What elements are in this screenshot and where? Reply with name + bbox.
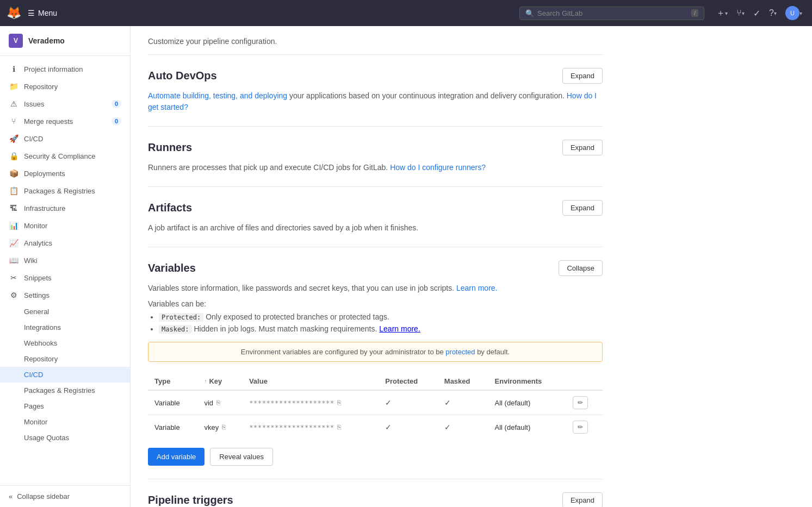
sidebar-item-label: Issues (24, 100, 45, 108)
help-dropdown-icon: ▾ (774, 10, 777, 16)
sidebar-item-infrastructure[interactable]: 🏗 Infrastructure (0, 199, 130, 217)
create-new-button[interactable]: ＋ ▾ (713, 4, 731, 22)
row-masked: ✓ (438, 390, 488, 415)
sidebar-item-merge-requests[interactable]: ⑂ Merge requests 0 (0, 112, 130, 130)
sidebar-item-analytics[interactable]: 📈 Analytics (0, 234, 130, 252)
sidebar-item-settings[interactable]: ⚙ Settings (0, 286, 130, 304)
collapse-sidebar-button[interactable]: « Collapse sidebar (0, 485, 130, 507)
runners-link[interactable]: How do I configure runners? (390, 163, 486, 172)
menu-button[interactable]: ☰ Menu (28, 9, 57, 17)
todo-nav-button[interactable]: ✓ (750, 5, 764, 22)
plus-icon: ＋ (716, 8, 725, 19)
wiki-icon: 📖 (9, 256, 18, 265)
nav-icons-group: ＋ ▾ ⑂ ▾ ✓ ? ▾ U ▾ (713, 3, 805, 23)
masked-check: ✓ (444, 398, 451, 407)
sidebar-item-snippets[interactable]: ✂ Snippets (0, 269, 130, 286)
sidebar-item-label: Analytics (24, 239, 52, 247)
masked-tag: Masked: (159, 325, 192, 334)
add-variable-button[interactable]: Add variable (148, 448, 204, 466)
runners-section: Runners Expand Runners are processes tha… (148, 127, 603, 187)
project-header[interactable]: V Verademo (0, 26, 130, 56)
sidebar-item-issues[interactable]: ⚠ Issues 0 (0, 95, 130, 112)
reveal-values-button[interactable]: Reveal values (210, 448, 273, 466)
pipeline-triggers-title: Pipeline triggers (148, 494, 233, 506)
row-environments: All (default) (488, 390, 566, 415)
copy-value-icon[interactable]: ⎘ (337, 399, 341, 406)
row-edit: ✏ (566, 415, 603, 440)
sidebar-item-project-information[interactable]: ℹ Project information (0, 60, 130, 78)
alert-protected-link[interactable]: protected (445, 348, 475, 356)
sidebar-item-wiki[interactable]: 📖 Wiki (0, 252, 130, 269)
sidebar-sub-item-integrations[interactable]: Integrations (0, 320, 130, 335)
row-type: Variable (148, 390, 197, 415)
sidebar-item-label: Project information (24, 65, 83, 73)
bullet-protected: Protected: Only exposed to protected bra… (159, 312, 603, 321)
sidebar-sub-item-cicd[interactable]: CI/CD (0, 367, 130, 383)
copy-key-icon[interactable]: ⎘ (222, 423, 226, 431)
packages-icon: 📋 (9, 186, 18, 195)
collapse-sidebar-icon: « (9, 492, 13, 500)
pipeline-triggers-expand-button[interactable]: Expand (562, 492, 603, 507)
top-description: Customize your pipeline configuration. (148, 37, 603, 55)
sidebar-sub-item-repository[interactable]: Repository (0, 351, 130, 367)
edit-variable-button[interactable]: ✏ (573, 396, 588, 409)
sidebar-item-repository[interactable]: 📁 Repository (0, 78, 130, 95)
variables-collapse-button[interactable]: Collapse (559, 260, 603, 276)
auto-devops-header: Auto DevOps Expand (148, 68, 603, 84)
row-edit: ✏ (566, 390, 603, 415)
sidebar-item-label: Repository (24, 83, 58, 91)
variables-can-be-label: Variables can be: (148, 299, 603, 308)
help-icon: ? (769, 8, 774, 18)
sidebar-item-label: Infrastructure (24, 204, 66, 212)
auto-devops-expand-button[interactable]: Expand (562, 68, 603, 84)
sidebar-sub-item-webhooks[interactable]: Webhooks (0, 335, 130, 351)
sidebar-sub-item-general[interactable]: General (0, 304, 130, 320)
variables-title: Variables (148, 262, 196, 274)
variables-table: Type ↑ Key Value Protected Masked Enviro… (148, 373, 603, 439)
copy-key-icon[interactable]: ⎘ (216, 399, 220, 406)
sidebar-sub-item-usage-quotas[interactable]: Usage Quotas (0, 430, 130, 446)
sidebar-item-label: Wiki (24, 256, 38, 265)
variables-section: Variables Collapse Variables store infor… (148, 247, 603, 479)
row-environments: All (default) (488, 415, 566, 440)
variables-table-body: Variable vid ⎘ ******************** (148, 390, 603, 439)
sidebar-sub-item-monitor[interactable]: Monitor (0, 414, 130, 430)
auto-devops-link1[interactable]: Automate building, testing, and deployin… (148, 91, 287, 100)
user-menu-button[interactable]: U ▾ (782, 3, 805, 23)
gitlab-logo[interactable]: 🦊 (7, 6, 21, 20)
copy-value-icon[interactable]: ⎘ (337, 423, 341, 431)
project-info-icon: ℹ (9, 65, 18, 73)
cicd-icon: 🚀 (9, 134, 18, 143)
row-value: ******************** ⎘ (243, 415, 379, 440)
masked-learn-more-link[interactable]: Learn more. (379, 324, 420, 333)
runners-expand-button[interactable]: Expand (562, 140, 603, 155)
sidebar-item-deployments[interactable]: 📦 Deployments (0, 165, 130, 182)
project-avatar: V (9, 34, 23, 48)
sidebar-item-label: Monitor (24, 222, 47, 230)
pipeline-triggers-section: Pipeline triggers Expand (148, 479, 603, 507)
monitor-icon: 📊 (9, 221, 18, 230)
edit-variable-button[interactable]: ✏ (573, 421, 588, 434)
sidebar-item-monitor[interactable]: 📊 Monitor (0, 217, 130, 234)
row-protected: ✓ (379, 415, 438, 440)
sidebar-sub-item-packages-registries[interactable]: Packages & Registries (0, 383, 130, 398)
sidebar-item-security-compliance[interactable]: 🔒 Security & Compliance (0, 147, 130, 165)
help-button[interactable]: ? ▾ (766, 5, 780, 21)
artifacts-expand-button[interactable]: Expand (562, 200, 603, 216)
sidebar-item-label: Security & Compliance (24, 152, 96, 160)
search-input[interactable] (537, 9, 688, 17)
auto-devops-title: Auto DevOps (148, 70, 217, 82)
plus-dropdown-icon: ▾ (725, 10, 728, 16)
variables-learn-more-link[interactable]: Learn more. (456, 284, 497, 292)
sidebar-item-packages-registries[interactable]: 📋 Packages & Registries (0, 182, 130, 199)
merge-requests-icon: ⑂ (9, 117, 18, 126)
sidebar-item-cicd[interactable]: 🚀 CI/CD (0, 130, 130, 147)
sidebar-sub-item-pages[interactable]: Pages (0, 398, 130, 414)
row-type: Variable (148, 415, 197, 440)
search-shortcut: / (691, 9, 698, 17)
search-bar[interactable]: 🔍 / (519, 7, 704, 20)
issues-badge: 0 (111, 100, 121, 108)
auto-devops-section: Auto DevOps Expand Automate building, te… (148, 55, 603, 127)
merge-requests-nav-button[interactable]: ⑂ ▾ (733, 5, 748, 21)
analytics-icon: 📈 (9, 239, 18, 247)
